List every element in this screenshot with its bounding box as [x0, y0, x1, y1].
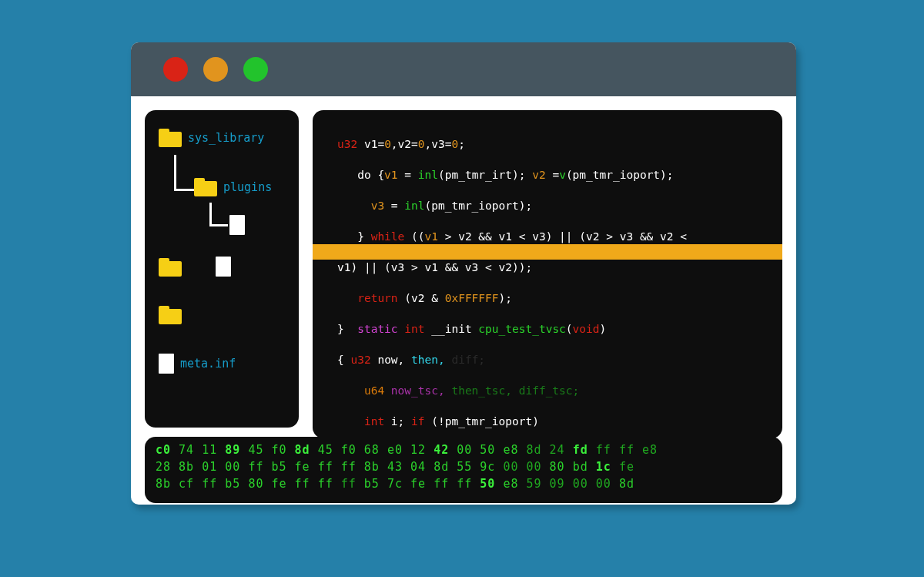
titlebar — [131, 42, 796, 96]
tree-item-folder[interactable] — [159, 258, 182, 277]
tree-item-meta-inf[interactable]: meta.inf — [159, 354, 236, 374]
tree-label: plugins — [223, 180, 272, 194]
close-dot[interactable] — [163, 57, 188, 82]
hex-pane: c0 74 11 89 45 f0 8d 45 f0 68 e0 12 42 0… — [145, 437, 782, 503]
tree-label: meta.inf — [180, 357, 236, 371]
code-line: } while ((v1 > v2 && v1 < v3) || (v2 > v… — [337, 229, 782, 244]
tree-line — [209, 203, 212, 226]
code-line: u64 now_tsc, then_tsc, diff_tsc; — [337, 383, 782, 398]
code-line: do {v1 = inl(pm_tmr_irt); v2 =v(pm_tmr_i… — [337, 167, 782, 183]
folder-icon — [159, 306, 182, 324]
minimize-dot[interactable] — [203, 57, 228, 82]
tree-label: sys_library — [188, 131, 264, 145]
app-window: sys_library plugins — [131, 42, 796, 505]
code-line: { u32 now, then, diff; — [337, 352, 782, 367]
code-line: v1) || (v3 > v1 && v3 < v2)); — [337, 260, 782, 275]
code-line: u32 v1=0,v2=0,v3=0; — [337, 136, 782, 152]
tree-item-plugins[interactable]: plugins — [194, 178, 272, 196]
maximize-dot[interactable] — [243, 57, 268, 82]
body-row: sys_library plugins — [131, 96, 796, 428]
code-line: return (v2 & 0xFFFFFF); — [337, 290, 782, 306]
file-icon — [229, 215, 245, 235]
code-pane[interactable]: u32 v1=0,v2=0,v3=0; do {v1 = inl(pm_tmr_… — [313, 110, 782, 438]
tree-item-file[interactable] — [229, 215, 245, 235]
highlighted-line — [313, 244, 782, 260]
folder-icon — [194, 178, 217, 196]
tree-line — [209, 224, 228, 226]
code-content: u32 v1=0,v2=0,v3=0; do {v1 = inl(pm_tmr_… — [313, 121, 782, 438]
tree-line — [174, 189, 194, 191]
file-icon — [216, 257, 231, 277]
file-icon — [159, 354, 174, 374]
folder-icon — [159, 129, 182, 147]
hex-row: 28 8b 01 00 ff b5 fe ff ff 8b 43 04 8d 5… — [156, 458, 772, 475]
code-line: int i; if (!pm_tmr_ioport) — [337, 414, 782, 429]
sidebar-pane: sys_library plugins — [145, 110, 299, 428]
tree-item-folder[interactable] — [159, 306, 182, 324]
code-line: v3 = inl(pm_tmr_ioport); — [337, 198, 782, 213]
hex-row: c0 74 11 89 45 f0 8d 45 f0 68 e0 12 42 0… — [156, 441, 772, 458]
folder-icon — [159, 258, 182, 277]
tree-line — [174, 155, 176, 190]
code-line: } static int __init cpu_test_tvsc(void) — [337, 321, 782, 337]
tree-item-file[interactable] — [216, 257, 231, 277]
tree-item-sys-library[interactable]: sys_library — [159, 129, 264, 147]
hex-row: 8b cf ff b5 80 fe ff ff ff b5 7c fe ff f… — [156, 475, 772, 492]
